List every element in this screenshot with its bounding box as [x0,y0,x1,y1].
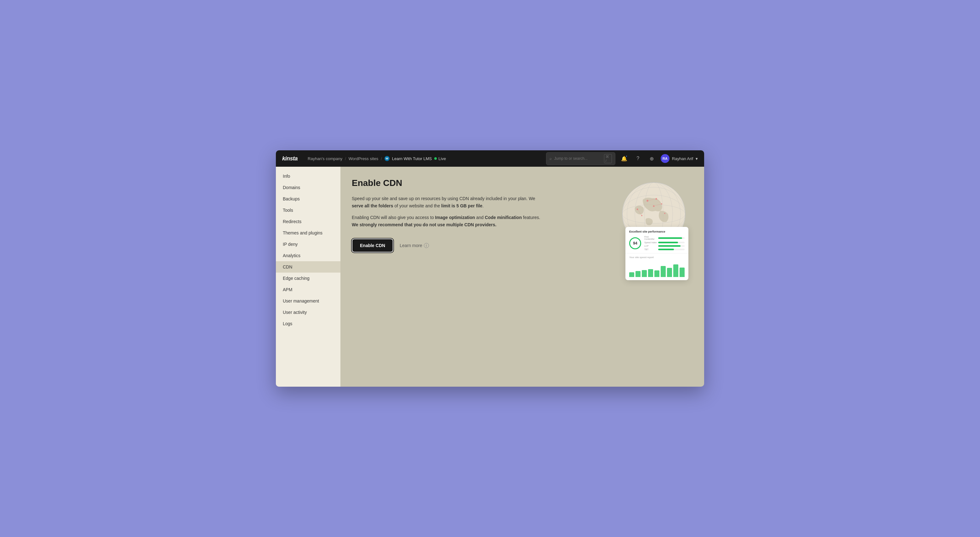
bar-label-1: First Contentful [644,236,657,240]
content-area: Enable CDN Speed up your site and save u… [340,167,704,387]
chart-bar-3 [642,270,647,277]
perf-card-bottom: Your site speed report [625,253,688,280]
user-menu[interactable]: RA Rayhan Arif ▾ [661,154,698,163]
notification-dot [625,155,628,157]
chevron-down-icon: ▾ [696,156,698,161]
notifications-button[interactable]: 🔔 [619,153,629,164]
chart-bar-6 [661,266,666,277]
perf-score-row: 94 First Contentful Speed Index [629,236,685,250]
chart-bar-8 [673,265,678,277]
description-block: Speed up your site and save up on resour… [352,195,541,228]
chart-bar-7 [667,268,672,277]
score-circle: 94 [629,237,641,249]
chart-bar-2 [635,271,641,277]
chart-bar-1 [629,272,634,277]
sidebar-item-themes-plugins[interactable]: Themes and plugins [276,227,340,239]
bar-track-3 [658,245,685,247]
sidebar-item-redirects[interactable]: Redirects [276,216,340,227]
svg-point-11 [664,213,665,214]
mini-bar-row: TBT [644,249,685,250]
plus-icon: ⊕ [650,156,654,162]
sidebar-item-logs[interactable]: Logs [276,318,340,329]
search-icon: ⌕ [549,156,552,161]
wp-sites-link[interactable]: WordPress sites [348,156,378,161]
sidebar-item-backups[interactable]: Backups [276,193,340,204]
company-name[interactable]: Rayhan's company [308,156,342,161]
sidebar-item-cdn[interactable]: CDN [276,261,340,272]
description-para-1: Speed up your site and save up on resour… [352,195,541,210]
breadcrumb: Rayhan's company / WordPress sites / W L… [308,156,546,161]
speed-report-title: Your site speed report [629,256,685,259]
help-button[interactable]: ? [633,153,643,164]
sidebar-item-user-management[interactable]: User management [276,295,340,307]
search-box[interactable]: ⌕ ⌘ / [546,152,615,165]
description-para-2: Enabling CDN will also give you access t… [352,214,541,228]
sidebar-item-user-activity[interactable]: User activity [276,307,340,318]
user-name: Rayhan Arif [672,156,693,161]
main-window: kinsta Rayhan's company / WordPress site… [276,150,704,387]
add-button[interactable]: ⊕ [647,153,657,164]
chart-bar-5 [654,270,659,277]
search-input[interactable] [554,156,601,161]
sidebar-item-apm[interactable]: APM [276,284,340,295]
wp-icon: W [385,156,390,161]
avatar: RA [661,154,670,163]
mini-bar-row: First Contentful [644,236,685,240]
perf-card-top: Excellent site performance 94 First Cont… [625,227,688,253]
breadcrumb-sep2: / [381,156,382,161]
chart-bars [629,261,685,277]
search-kbd: ⌘ / [604,154,612,163]
chart-bar-9 [679,268,685,277]
perf-card-title: Excellent site performance [629,230,685,233]
main-area: Info Domains Backups Tools Redirects The… [276,167,704,387]
live-label: Live [438,156,446,161]
learn-more-link[interactable]: Learn more i [399,243,429,248]
site-name[interactable]: Learn With Tutor LMS [392,156,432,161]
topnav-right: ⌕ ⌘ / 🔔 ? ⊕ RA Rayhan Arif ▾ [546,152,698,165]
bar-label-4: TBT [644,249,657,250]
performance-card: Excellent site performance 94 First Cont… [625,227,688,280]
learn-more-label: Learn more [399,243,422,248]
cdn-illustration: Excellent site performance 94 First Cont… [591,176,692,290]
chart-bar-4 [648,269,653,277]
live-dot [434,157,437,160]
mini-bar-row: Speed Index [644,241,685,244]
bar-track-4 [658,249,685,250]
mini-bar-row: LCP [644,245,685,247]
sidebar-item-ip-deny[interactable]: IP deny [276,239,340,250]
sidebar-item-tools[interactable]: Tools [276,204,340,216]
bar-label-2: Speed Index [644,241,657,244]
sidebar-item-info[interactable]: Info [276,171,340,182]
topnav: kinsta Rayhan's company / WordPress site… [276,150,704,167]
info-icon: i [424,243,429,248]
kinsta-logo: kinsta [282,155,298,162]
live-badge: Live [434,156,446,161]
sidebar-item-edge-caching[interactable]: Edge caching [276,272,340,284]
bar-track-1 [658,237,685,239]
sidebar-item-analytics[interactable]: Analytics [276,250,340,261]
breadcrumb-sep1: / [345,156,346,161]
perf-bars-mini: First Contentful Speed Index LCP [644,236,685,250]
help-icon: ? [636,156,639,161]
bar-label-3: LCP [644,245,657,247]
sidebar-item-domains[interactable]: Domains [276,182,340,193]
enable-cdn-button[interactable]: Enable CDN [352,239,393,252]
bar-track-2 [658,242,685,243]
sidebar: Info Domains Backups Tools Redirects The… [276,167,340,387]
